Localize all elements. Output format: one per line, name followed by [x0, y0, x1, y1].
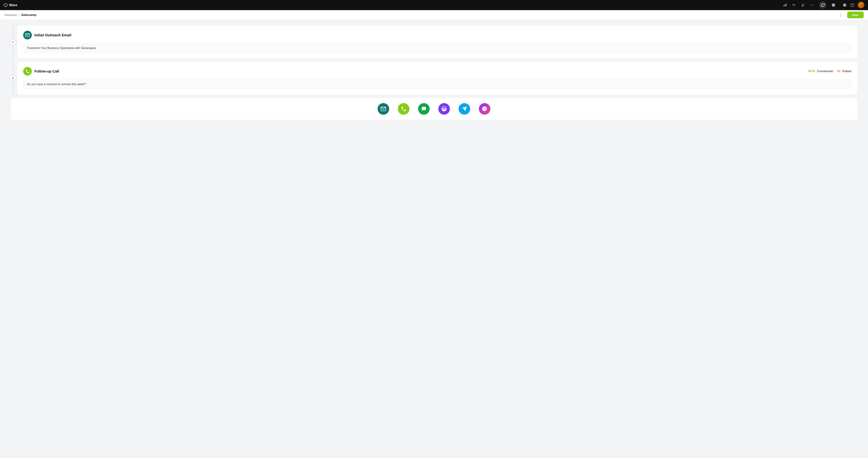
step-1-header: Initial Outreach Email	[23, 31, 851, 39]
app-name: Wave	[9, 3, 18, 7]
svg-point-4	[802, 4, 803, 5]
step-2-stats: 5678 Connected 52 Failed	[808, 69, 851, 73]
step-1-card: Initial Outreach Email Transform Your Bu…	[18, 26, 857, 58]
breadcrumb-actions: ⋮ Save	[837, 11, 864, 18]
step-2: 2 Follow-up Call 5678 Connected	[18, 62, 857, 94]
messenger-channel-button[interactable]	[479, 103, 490, 115]
step-2-header: Follow-up Call 5678 Connected 52 Failed	[23, 67, 851, 75]
activity-icon[interactable]	[792, 3, 796, 7]
users-icon[interactable]	[801, 3, 805, 7]
refresh-icon[interactable]	[819, 1, 827, 9]
svg-rect-2	[785, 4, 785, 6]
svg-point-5	[803, 4, 804, 5]
step-1-number: 1	[10, 39, 16, 45]
top-navigation: Wave	[0, 0, 868, 10]
app-logo[interactable]: Wave	[4, 3, 18, 7]
channel-selector-card	[11, 98, 857, 120]
breadcrumb-current: Salescamp	[21, 13, 36, 17]
breadcrumb: Playbooks > Salescamp	[4, 13, 36, 17]
failed-count: 52	[837, 69, 840, 73]
step-2-body: Do you have a moment to connect this wee…	[23, 79, 851, 89]
avatar[interactable]	[858, 2, 864, 8]
save-button[interactable]: Save	[847, 11, 864, 18]
step-2-number: 2	[10, 75, 16, 82]
top-right-actions	[843, 2, 864, 8]
bar-chart-icon[interactable]	[783, 3, 787, 7]
email-channel-button[interactable]	[378, 103, 389, 115]
step-1-icon	[23, 31, 32, 39]
connected-label: Connected	[817, 69, 833, 73]
failed-label: Failed	[842, 69, 851, 73]
settings-icon[interactable]	[843, 3, 847, 7]
svg-point-10	[833, 4, 834, 5]
breadcrumb-bar: Playbooks > Salescamp ⋮ Save	[0, 10, 868, 20]
dots-icon[interactable]	[810, 3, 814, 7]
more-options-button[interactable]: ⋮	[837, 12, 844, 18]
svg-point-8	[813, 5, 814, 5]
step-2-card: Follow-up Call 5678 Connected 52 Failed …	[18, 62, 857, 94]
step-2-title: Follow-up Call	[34, 69, 59, 73]
step-1-body: Transform Your Business Operations with …	[23, 43, 851, 53]
svg-marker-0	[4, 3, 7, 7]
connected-count: 5678	[808, 69, 815, 73]
breadcrumb-parent[interactable]: Playbooks	[4, 13, 17, 17]
steps-list: 1 Initial Outreach Email Transform Your …	[11, 26, 857, 94]
stat-connected: 5678 Connected	[808, 69, 833, 73]
main-content: 1 Initial Outreach Email Transform Your …	[0, 20, 868, 125]
sms-channel-button[interactable]	[418, 103, 430, 115]
telegram-channel-button[interactable]	[459, 103, 470, 115]
svg-point-6	[811, 5, 811, 5]
viber-channel-button[interactable]	[438, 103, 450, 115]
breadcrumb-separator: >	[18, 13, 20, 17]
step-2-icon	[23, 67, 32, 75]
contact-icon[interactable]	[832, 3, 835, 7]
nav-icons	[783, 1, 835, 9]
help-icon[interactable]	[850, 3, 854, 7]
svg-point-7	[812, 5, 812, 5]
svg-rect-3	[786, 4, 786, 6]
call-channel-button[interactable]	[398, 103, 409, 115]
svg-rect-1	[783, 5, 784, 6]
step-1-title: Initial Outreach Email	[34, 33, 71, 37]
step-1: 1 Initial Outreach Email Transform Your …	[18, 26, 857, 58]
stat-failed: 52 Failed	[837, 69, 851, 73]
